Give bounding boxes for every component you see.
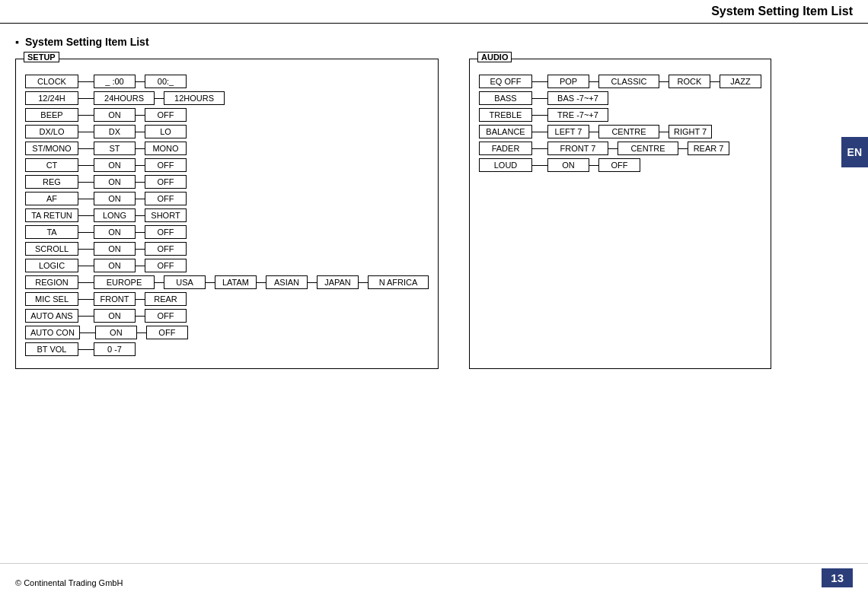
treble-row: TREBLE TRE -7~+7 [479,108,761,122]
ct-label: CT [25,158,78,172]
audio-block: AUDIO EQ OFF POP CLASSIC ROCK JAZZ BASS [469,59,771,369]
rear-val: REAR [145,292,187,306]
ta-label: TA [25,225,78,239]
eqoff-row: EQ OFF POP CLASSIC ROCK JAZZ [479,75,761,88]
fader-label: FADER [479,142,532,155]
micsel-label: MIC SEL [25,292,78,306]
scroll-row: SCROLL ON OFF [25,242,429,256]
balance-row: BALANCE LEFT 7 CENTRE RIGHT 7 [479,125,761,138]
connector [78,132,94,132]
taretun-row: TA RETUN LONG SHORT [25,208,429,222]
stmono-label: ST/MONO [25,142,78,155]
af-row: AF ON OFF [25,192,429,205]
dxlo-row: DX/LO DX LO [25,125,429,138]
connector [78,349,94,350]
connector [78,115,94,116]
btvol-label: BT VOL [25,342,78,356]
24hours-val: 24HOURS [94,91,155,105]
setup-rows: CLOCK _ :00 00:_ 12/24H 24HOURS 12HOURS [25,75,429,356]
loud-off: OFF [598,158,640,172]
diagram-area: SETUP CLOCK _ :00 00:_ 12/24H 24HOURS 12… [15,59,853,369]
front7-val: FRONT 7 [547,142,608,155]
latam-val: LATAM [215,275,257,289]
connector [78,81,94,82]
autocon-row: AUTO CON ON OFF [25,326,429,339]
reg-off: OFF [145,175,187,189]
pop-val: POP [547,75,589,88]
logic-off: OFF [145,259,187,272]
connector [136,199,145,199]
section-title: System Setting Item List [15,36,853,48]
1224h-row: 12/24H 24HOURS 12HOURS [25,91,429,105]
bass-row: BASS BAS -7~+7 [479,91,761,105]
autoans-row: AUTO ANS ON OFF [25,309,429,323]
connector [136,165,145,166]
connector [206,282,215,283]
autoans-label: AUTO ANS [25,309,78,323]
connector [659,81,669,82]
taretun-label: TA RETUN [25,208,78,222]
btvol-val: 0 -7 [94,342,136,356]
beep-on: ON [94,108,136,122]
connector [78,266,94,266]
connector [78,316,94,317]
connector [78,165,94,166]
europe-val: EUROPE [94,275,155,289]
copyright-text: © Continental Trading GmbH [15,578,123,587]
logic-row: LOGIC ON OFF [25,259,429,272]
connector [136,299,145,300]
balance-centre: CENTRE [598,125,659,138]
connector [136,215,145,216]
scroll-off: OFF [145,242,187,256]
rock-val: ROCK [669,75,710,88]
connector [78,148,94,149]
scroll-label: SCROLL [25,242,78,256]
ct-row: CT ON OFF [25,158,429,172]
connector [136,81,145,82]
right7-val: RIGHT 7 [669,125,712,138]
content-area: System Setting Item List SETUP CLOCK _ :… [0,24,868,381]
ct-on: ON [94,158,136,172]
long-val: LONG [94,208,136,222]
usa-val: USA [164,275,206,289]
classic-val: CLASSIC [598,75,659,88]
scroll-on: ON [94,242,136,256]
nafrica-val: N AFRICA [368,275,429,289]
connector [608,148,617,149]
japan-val: JAPAN [317,275,359,289]
connector [678,148,688,149]
audio-rows: EQ OFF POP CLASSIC ROCK JAZZ BASS BAS -7… [479,75,761,172]
1224h-label: 12/24H [25,91,78,105]
connector [136,266,145,266]
logic-label: LOGIC [25,259,78,272]
ta-row: TA ON OFF [25,225,429,239]
reg-label: REG [25,175,78,189]
connector [532,132,547,132]
connector [532,115,547,116]
asian-val: ASIAN [266,275,308,289]
clock-label: CLOCK [25,75,78,88]
autocon-label: AUTO CON [25,326,80,339]
front-val: FRONT [94,292,136,306]
autoans-on: ON [94,309,136,323]
mono-val: MONO [145,142,187,155]
balance-label: BALANCE [479,125,532,138]
tre-range: TRE -7~+7 [547,108,608,122]
beep-row: BEEP ON OFF [25,108,429,122]
ta-on: ON [94,225,136,239]
bass-label: BASS [479,91,532,105]
rear7-val: REAR 7 [688,142,729,155]
region-label: REGION [25,275,78,289]
connector [710,81,720,82]
connector [78,215,94,216]
connector [589,165,598,166]
loud-label: LOUD [479,158,532,172]
loud-row: LOUD ON OFF [479,158,761,172]
connector [136,249,145,250]
connector [78,98,94,99]
autocon-on: ON [95,326,137,339]
dx-val: DX [94,125,136,138]
setup-block: SETUP CLOCK _ :00 00:_ 12/24H 24HOURS 12… [15,59,439,369]
fader-centre: CENTRE [617,142,678,155]
left7-val: LEFT 7 [547,125,589,138]
